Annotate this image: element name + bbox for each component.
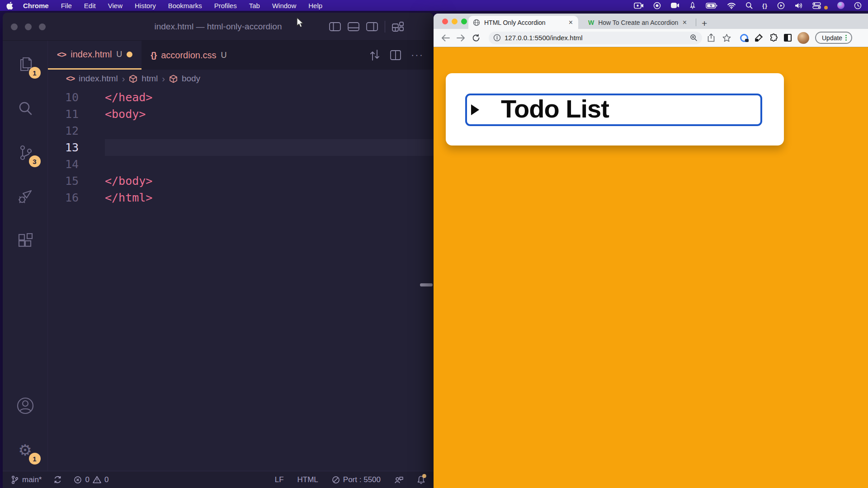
run-debug-icon[interactable] (12, 183, 39, 211)
close-window-button[interactable] (442, 19, 448, 24)
bookmark-star-icon[interactable] (720, 32, 733, 44)
search-icon[interactable] (745, 1, 753, 9)
customize-layout-icon[interactable] (392, 22, 404, 32)
problems-status[interactable]: 0 0 (74, 475, 108, 484)
unsaved-dot-icon[interactable] (127, 52, 132, 57)
settings-badge: 1 (29, 453, 41, 465)
code-line[interactable]: 15 </body> (48, 173, 434, 189)
branch-name: main* (22, 475, 42, 484)
eol-indicator[interactable]: LF (275, 475, 284, 484)
code-editor[interactable]: 10 </head> 11 <body> 12 (48, 88, 434, 471)
breadcrumb-html[interactable]: html (142, 74, 158, 84)
play-circle-icon[interactable] (777, 1, 785, 9)
reload-button[interactable] (470, 32, 482, 44)
toggle-panel-icon[interactable] (348, 22, 359, 31)
explorer-icon[interactable]: 1 (12, 51, 39, 78)
extensions-icon[interactable] (12, 228, 39, 255)
menu-item[interactable]: Profiles (214, 2, 237, 9)
address-bar[interactable]: 127.0.0.1:5500/index.html (489, 32, 702, 44)
zoom-icon[interactable] (690, 34, 698, 42)
accordion-card: Todo List (446, 73, 784, 145)
share-icon[interactable] (705, 32, 717, 44)
menu-item[interactable]: View (108, 2, 123, 9)
extensions-puzzle-icon[interactable] (769, 33, 778, 42)
siri-icon[interactable] (837, 2, 844, 9)
menu-item[interactable]: Window (272, 2, 296, 9)
back-button[interactable] (439, 32, 452, 44)
wifi-icon[interactable] (727, 1, 736, 9)
editor-scrollbar-handle[interactable] (420, 283, 433, 286)
code-text: </head> (105, 89, 434, 106)
zoom-window-button[interactable] (461, 19, 467, 24)
profile-avatar[interactable] (797, 32, 809, 44)
minimize-window-button[interactable] (25, 23, 32, 30)
account-icon[interactable] (12, 392, 39, 419)
tab-label: index.html (71, 49, 112, 60)
tab-accordion-css[interactable]: {} accordion.css U (142, 41, 236, 70)
apple-icon[interactable] (6, 2, 13, 9)
site-info-icon[interactable] (493, 34, 501, 42)
clock-icon[interactable] (854, 1, 862, 9)
sync-changes-button[interactable] (53, 475, 62, 484)
new-tab-button[interactable]: + (702, 19, 707, 28)
more-actions-icon[interactable]: ··· (411, 49, 424, 61)
tab-index-html[interactable]: <> index.html U (48, 41, 142, 70)
battery-charging-icon[interactable] (706, 1, 717, 9)
compare-changes-icon[interactable] (369, 49, 380, 61)
code-braces-icon[interactable]: {} (762, 1, 768, 9)
toggle-sidebar-icon[interactable] (329, 22, 341, 31)
menu-item[interactable]: File (61, 2, 72, 9)
record-icon[interactable] (653, 1, 661, 9)
source-control-icon[interactable]: 3 (12, 139, 39, 166)
zoom-window-button[interactable] (39, 23, 46, 30)
vscode-window-controls (11, 13, 46, 41)
split-editor-icon[interactable] (390, 50, 401, 60)
menu-item[interactable]: History (135, 2, 156, 9)
screen-record-icon[interactable] (634, 1, 644, 9)
live-server-port[interactable]: Port : 5500 (332, 475, 381, 484)
password-extension-icon[interactable] (740, 34, 748, 42)
colorpicker-extension-icon[interactable] (754, 33, 763, 42)
code-line[interactable]: 16 </html> (48, 189, 434, 206)
minimize-window-button[interactable] (452, 19, 458, 24)
code-line[interactable]: 12 (48, 122, 434, 139)
update-chrome-button[interactable]: Update (815, 32, 852, 44)
code-line[interactable]: 13 (48, 139, 434, 156)
accordion-summary[interactable]: Todo List (465, 94, 762, 126)
css-file-icon: {} (151, 50, 156, 60)
line-number: 11 (48, 106, 82, 122)
code-line[interactable]: 11 <body> (48, 106, 434, 122)
menu-bar-items: ChromeFileEditViewHistoryBookmarksProfil… (23, 2, 322, 9)
settings-gear-icon[interactable]: ⚙ 1 (12, 436, 39, 464)
volume-icon[interactable] (794, 1, 803, 9)
git-branch-status[interactable]: main* (11, 475, 42, 484)
menu-item[interactable]: Chrome (23, 2, 49, 9)
close-tab-icon[interactable]: × (682, 19, 688, 27)
close-window-button[interactable] (11, 23, 18, 30)
feedback-icon[interactable] (394, 475, 403, 484)
close-tab-icon[interactable]: × (568, 19, 574, 27)
toggle-secondary-sidebar-icon[interactable] (366, 22, 378, 31)
code-text: </body> (105, 173, 434, 189)
notifications-bell-icon[interactable] (417, 475, 425, 484)
control-center-icon[interactable] (812, 1, 821, 9)
vscode-title-bar[interactable]: index.html — html-only-accordion (3, 13, 434, 41)
breadcrumb-body[interactable]: body (182, 74, 200, 84)
url-text[interactable]: 127.0.0.1:5500/index.html (505, 34, 686, 42)
search-icon[interactable] (12, 95, 39, 122)
forward-button[interactable] (454, 32, 467, 44)
code-line[interactable]: 14 (48, 156, 434, 173)
menu-item[interactable]: Bookmarks (168, 2, 202, 9)
tab-how-to-create-accordion[interactable]: W How To Create an Accordion × (584, 16, 692, 29)
breadcrumb-file[interactable]: index.html (79, 74, 118, 84)
menu-item[interactable]: Edit (84, 2, 96, 9)
tab-html-only-accordion[interactable]: HTML Only Accordion × (468, 16, 578, 29)
symbol-cube-icon (169, 75, 178, 83)
darkreader-extension-icon[interactable] (784, 34, 792, 42)
menu-item[interactable]: Help (308, 2, 322, 9)
rocket-icon[interactable] (689, 1, 696, 9)
code-line[interactable]: 10 </head> (48, 89, 434, 106)
menu-item[interactable]: Tab (249, 2, 260, 9)
language-mode[interactable]: HTML (297, 475, 318, 484)
video-camera-icon[interactable] (670, 1, 679, 9)
